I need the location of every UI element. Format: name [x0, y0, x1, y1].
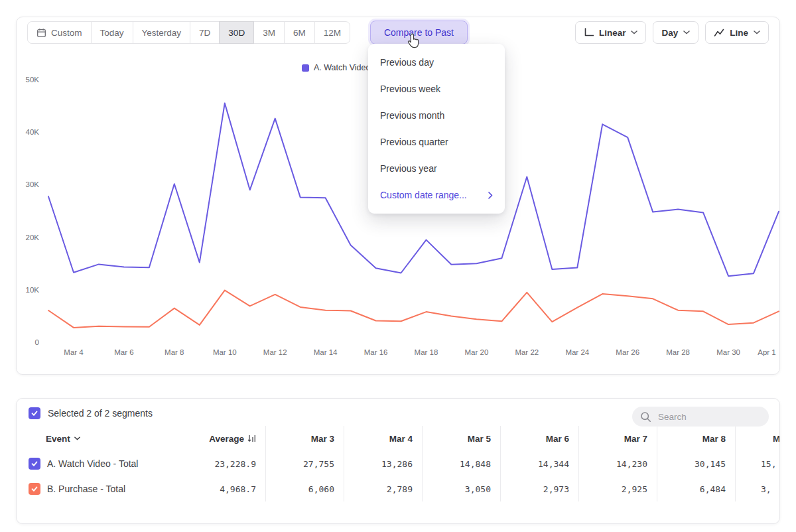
- segments-card: Selected 2 of 2 segments EventAverageMar…: [16, 398, 780, 524]
- segment-row-label-cell[interactable]: B. Purchase - Total: [17, 476, 202, 501]
- range-yesterday-button[interactable]: Yesterday: [133, 21, 191, 44]
- segments-header: Selected 2 of 2 segments: [17, 399, 779, 423]
- value-cell: 14,344: [501, 451, 579, 476]
- selected-count-label: Selected 2 of 2 segments: [48, 408, 153, 419]
- chevron-down-icon: [683, 31, 690, 34]
- average-header-label: Average: [209, 434, 244, 444]
- segment-row-label-cell[interactable]: A. Watch Video - Total: [17, 451, 202, 476]
- compare-to-past-button[interactable]: Compare to Past: [370, 21, 468, 44]
- range-button-label: 6M: [293, 28, 306, 38]
- value-cell: 13,286: [344, 451, 423, 476]
- menu-item-previous-week[interactable]: Previous week: [368, 76, 505, 102]
- range-button-label: 12M: [324, 28, 341, 38]
- svg-text:50K: 50K: [26, 76, 40, 84]
- range-6m-button[interactable]: 6M: [284, 21, 315, 44]
- value-cell: 14,848: [423, 451, 501, 476]
- calendar-icon: [36, 28, 46, 38]
- scale-dropdown-label: Linear: [599, 28, 626, 38]
- svg-text:Mar 30: Mar 30: [716, 348, 740, 356]
- svg-text:Mar 4: Mar 4: [64, 348, 84, 356]
- svg-text:Mar 6: Mar 6: [114, 348, 133, 356]
- menu-item-previous-month[interactable]: Previous month: [368, 102, 505, 129]
- range-3m-button[interactable]: 3M: [253, 21, 285, 44]
- svg-text:Mar 12: Mar 12: [263, 348, 287, 356]
- average-column-header[interactable]: Average: [202, 426, 266, 451]
- svg-text:40K: 40K: [26, 128, 40, 136]
- date-column-header[interactable]: Mar 3: [266, 426, 344, 451]
- legend-swatch: [302, 64, 309, 72]
- svg-text:30K: 30K: [26, 180, 40, 188]
- segments-table: EventAverageMar 3Mar 4Mar 5Mar 6Mar 7Mar…: [17, 426, 780, 501]
- value-cell-partial: 15,: [736, 451, 780, 476]
- menu-item-previous-day[interactable]: Previous day: [368, 49, 505, 76]
- value-cell: 30,145: [657, 451, 736, 476]
- search-input[interactable]: [657, 411, 743, 423]
- event-column-header[interactable]: Event: [17, 426, 202, 451]
- value-cell: 14,230: [579, 451, 657, 476]
- range-custom-button[interactable]: Custom: [27, 21, 92, 44]
- chart-toolbar: CustomTodayYesterday7D30D3M6M12M Compare…: [17, 17, 779, 45]
- svg-text:Mar 24: Mar 24: [565, 348, 589, 356]
- compare-to-past-menu: Previous dayPrevious weekPrevious monthP…: [368, 44, 505, 214]
- segment-checkbox[interactable]: [29, 458, 40, 470]
- date-column-header[interactable]: Mar 4: [344, 426, 423, 451]
- line-chart-icon: [714, 29, 724, 37]
- date-column-header[interactable]: Mar 6: [501, 426, 579, 451]
- svg-text:Mar 10: Mar 10: [213, 348, 237, 356]
- svg-text:0: 0: [35, 338, 39, 346]
- value-cell: 3,050: [423, 476, 501, 501]
- svg-text:Mar 16: Mar 16: [364, 348, 388, 356]
- sort-descending-icon: [247, 434, 256, 442]
- range-button-label: 3M: [263, 28, 275, 38]
- chart-type-dropdown[interactable]: Line: [705, 21, 769, 44]
- chevron-down-icon: [74, 436, 80, 440]
- interval-dropdown-label: Day: [661, 28, 678, 38]
- svg-text:Mar 28: Mar 28: [666, 348, 690, 356]
- range-button-label: Today: [100, 28, 124, 38]
- chart-controls: Linear Day Line: [575, 21, 769, 44]
- menu-item-previous-quarter[interactable]: Previous quarter: [368, 129, 505, 155]
- date-column-header[interactable]: Mar 5: [423, 426, 501, 451]
- average-value-cell: 4,968.7: [202, 476, 266, 501]
- value-cell: 2,925: [579, 476, 657, 501]
- svg-text:10K: 10K: [26, 286, 40, 294]
- average-value-cell: 23,228.9: [202, 451, 266, 476]
- svg-text:Apr 1: Apr 1: [758, 348, 776, 356]
- menu-item-custom-date-range[interactable]: Custom date range...: [368, 182, 505, 208]
- date-column-header-partial: M: [736, 426, 780, 451]
- svg-text:20K: 20K: [26, 233, 40, 241]
- segment-label: B. Purchase - Total: [47, 484, 125, 494]
- range-7d-button[interactable]: 7D: [190, 21, 220, 44]
- svg-text:Mar 14: Mar 14: [314, 348, 338, 356]
- scale-dropdown[interactable]: Linear: [575, 21, 647, 44]
- range-today-button[interactable]: Today: [91, 21, 133, 44]
- range-button-label: 7D: [199, 28, 210, 38]
- value-cell: 2,789: [344, 476, 423, 501]
- menu-item-previous-year[interactable]: Previous year: [368, 155, 505, 182]
- value-cell: 2,973: [501, 476, 579, 501]
- range-button-label: Custom: [51, 28, 82, 38]
- svg-text:Mar 26: Mar 26: [616, 348, 639, 356]
- select-all-checkbox[interactable]: [29, 407, 40, 419]
- date-column-header[interactable]: Mar 8: [657, 426, 736, 451]
- svg-text:Mar 22: Mar 22: [515, 348, 539, 356]
- date-column-header[interactable]: Mar 7: [579, 426, 657, 451]
- range-30d-button[interactable]: 30D: [219, 21, 254, 44]
- chevron-right-icon: [488, 192, 493, 199]
- svg-text:Mar 8: Mar 8: [165, 348, 184, 356]
- event-header-label: Event: [46, 434, 70, 444]
- interval-dropdown[interactable]: Day: [653, 21, 698, 44]
- search-icon: [640, 411, 651, 423]
- range-button-label: Yesterday: [142, 28, 182, 38]
- range-12m-button[interactable]: 12M: [314, 21, 350, 44]
- svg-text:Mar 18: Mar 18: [415, 348, 438, 356]
- axis-icon: [584, 28, 594, 37]
- value-cell: 6,060: [266, 476, 344, 501]
- segment-checkbox[interactable]: [29, 483, 40, 495]
- search-box: [632, 407, 769, 427]
- chart-type-dropdown-label: Line: [730, 28, 748, 38]
- menu-item-label: Custom date range...: [380, 190, 467, 200]
- svg-text:Mar 20: Mar 20: [465, 348, 489, 356]
- segment-label: A. Watch Video - Total: [47, 458, 138, 469]
- analytics-dashboard: CustomTodayYesterday7D30D3M6M12M Compare…: [0, 0, 796, 532]
